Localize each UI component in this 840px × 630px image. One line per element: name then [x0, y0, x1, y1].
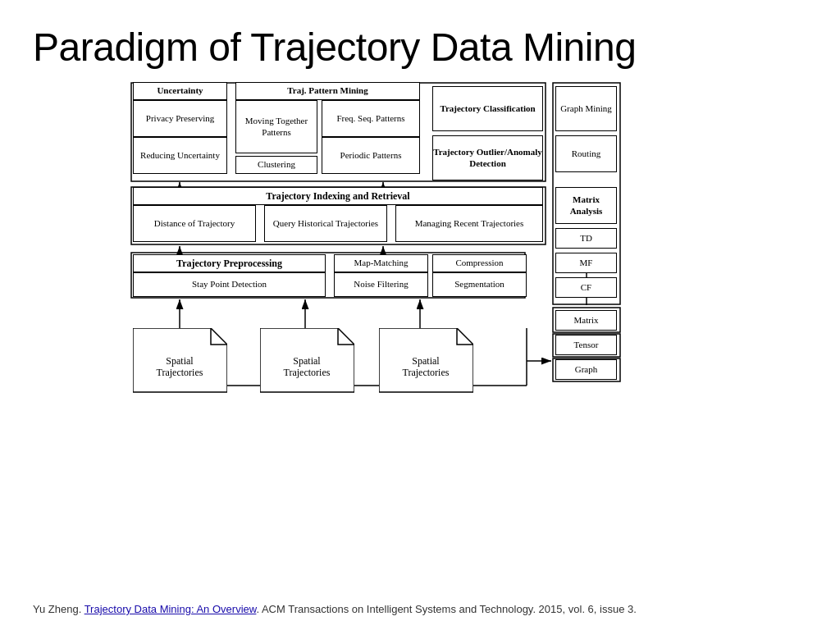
- traj-preprocess-header: Trajectory Preprocessing: [133, 254, 326, 272]
- citation-suffix: . ACM Transactions on Intelligent System…: [256, 603, 636, 615]
- graph-box: Graph: [555, 359, 617, 380]
- moving-together-box: Moving Together Patterns: [235, 100, 317, 153]
- stay-point-box: Stay Point Detection: [133, 272, 326, 297]
- graph-mining-box: Graph Mining: [555, 86, 617, 131]
- managing-recent-box: Managing Recent Trajectories: [395, 205, 543, 242]
- freq-seq-box: Freq. Seq. Patterns: [322, 100, 420, 137]
- spatial-traj-1: Spatial Trajectories: [133, 328, 227, 397]
- uncertainty-header: Uncertainty: [133, 82, 227, 100]
- reducing-uncertainty-box: Reducing Uncertainty: [133, 137, 227, 174]
- mf-box: MF: [555, 253, 617, 273]
- tensor-box: Tensor: [555, 335, 617, 355]
- matrix-box: Matrix: [555, 310, 617, 331]
- svg-text:Trajectories: Trajectories: [284, 367, 331, 378]
- svg-text:Spatial: Spatial: [412, 355, 440, 367]
- compression-box: Compression: [432, 254, 527, 272]
- diagram-container: Uncertainty Privacy Preserving Reducing …: [0, 82, 840, 484]
- cf-box: CF: [555, 277, 617, 298]
- noise-filtering-box: Noise Filtering: [334, 272, 428, 297]
- citation-link[interactable]: Trajectory Data Mining: An Overview: [84, 603, 257, 615]
- trajectory-classification-box: Trajectory Classification: [432, 86, 543, 131]
- query-historical-box: Query Historical Trajectories: [264, 205, 387, 242]
- spatial-traj-2: Spatial Trajectories: [260, 328, 354, 397]
- privacy-preserving-box: Privacy Preserving: [133, 100, 227, 137]
- map-matching-box: Map-Matching: [334, 254, 428, 272]
- distance-trajectory-box: Distance of Trajectory: [133, 205, 256, 242]
- periodic-patterns-box: Periodic Patterns: [322, 137, 420, 174]
- diagram: Uncertainty Privacy Preserving Reducing …: [125, 82, 715, 484]
- spatial-traj-3: Spatial Trajectories: [379, 328, 473, 397]
- svg-text:Trajectories: Trajectories: [403, 367, 450, 378]
- citation-prefix: Yu Zheng.: [33, 603, 84, 615]
- traj-indexing-header: Trajectory Indexing and Retrieval: [133, 187, 543, 205]
- citation: Yu Zheng. Trajectory Data Mining: An Ove…: [33, 603, 637, 615]
- traj-pattern-header: Traj. Pattern Mining: [235, 82, 420, 100]
- svg-text:Spatial: Spatial: [166, 355, 194, 367]
- segmentation-box: Segmentation: [432, 272, 527, 297]
- page-title: Paradigm of Trajectory Data Mining: [0, 0, 840, 78]
- routing-box: Routing: [555, 135, 617, 172]
- svg-text:Trajectories: Trajectories: [157, 367, 203, 378]
- clustering-box: Clustering: [235, 156, 317, 174]
- td-box: TD: [555, 228, 617, 249]
- trajectory-outlier-box: Trajectory Outlier/Anomaly Detection: [432, 135, 543, 180]
- matrix-analysis-box: Matrix Analysis: [555, 187, 617, 224]
- svg-text:Spatial: Spatial: [293, 355, 321, 367]
